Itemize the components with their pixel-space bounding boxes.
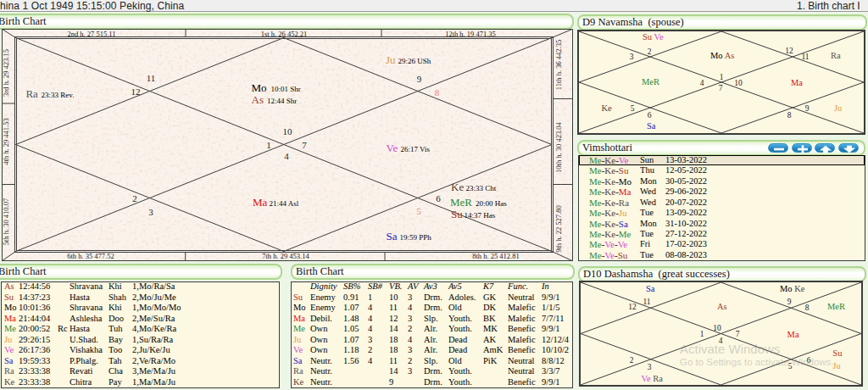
svg-text:4th h. 29 441.53: 4th h. 29 441.53: [2, 118, 10, 165]
svg-text:2: 2: [132, 193, 137, 203]
svg-text:12: 12: [785, 47, 793, 55]
svg-text:4: 4: [700, 79, 704, 87]
svg-text:11: 11: [643, 298, 650, 306]
svg-text:12: 12: [628, 303, 637, 311]
svg-text:10th h. 30 423.04: 10th h. 30 423.04: [554, 121, 563, 172]
svg-text:5: 5: [631, 104, 635, 113]
svg-text:10: 10: [283, 126, 293, 136]
svg-text:4: 4: [284, 151, 289, 161]
svg-text:3rd h. 29 423.15: 3rd h. 29 423.15: [2, 49, 10, 97]
svg-text:12th h. 19 471.35: 12th h. 19 471.35: [445, 30, 496, 38]
svg-text:1st h. 26 452.21: 1st h. 26 452.21: [261, 30, 308, 38]
svg-text:10: 10: [713, 324, 721, 332]
svg-text:10: 10: [734, 79, 743, 87]
svg-text:Ve Ra: Ve Ra: [642, 374, 664, 383]
svg-text:8: 8: [787, 111, 792, 120]
svg-text:Mo Ke: Mo Ke: [780, 284, 805, 293]
svg-text:9th h. 22 527.80: 9th h. 22 527.80: [554, 205, 563, 253]
svg-text:12: 12: [131, 86, 141, 97]
svg-text:1: 1: [700, 330, 704, 338]
svg-text:Sa: Sa: [647, 121, 656, 131]
svg-text:Ke: Ke: [602, 103, 613, 113]
svg-text:8th h. 25 412.81: 8th h. 25 412.81: [472, 252, 520, 260]
svg-text:6: 6: [648, 111, 652, 120]
svg-text:5: 5: [416, 206, 421, 216]
svg-text:As: As: [717, 302, 727, 311]
svg-text:8: 8: [805, 304, 810, 312]
svg-text:8: 8: [435, 87, 440, 98]
svg-text:1: 1: [720, 73, 724, 81]
svg-text:6th h. 35 477.52: 6th h. 35 477.52: [67, 252, 114, 260]
svg-text:3: 3: [148, 207, 153, 217]
svg-text:11: 11: [801, 53, 809, 61]
svg-text:9: 9: [417, 74, 422, 84]
svg-text:3: 3: [648, 363, 652, 371]
svg-text:5th h. 30 410.07: 5th h. 30 410.07: [2, 198, 10, 246]
svg-text:9: 9: [787, 298, 792, 306]
svg-text:2: 2: [630, 356, 634, 365]
svg-text:MeR: MeR: [642, 77, 659, 86]
svg-text:2nd h. 27 515.11: 2nd h. 27 515.11: [67, 30, 115, 38]
svg-text:11th h. 36 442.35: 11th h. 36 442.35: [554, 40, 563, 90]
svg-text:Mo As: Mo As: [710, 51, 734, 60]
svg-text:11: 11: [147, 73, 156, 83]
svg-text:3: 3: [630, 53, 634, 61]
svg-text:7th h. 29 453.14: 7th h. 29 453.14: [262, 252, 309, 260]
svg-text:Su Ve: Su Ve: [643, 32, 664, 42]
svg-text:Ju: Ju: [832, 361, 841, 370]
svg-text:7: 7: [719, 84, 723, 92]
svg-text:2: 2: [648, 47, 652, 56]
svg-text:Su: Su: [832, 348, 843, 358]
svg-text:7: 7: [736, 330, 740, 338]
svg-text:MeR: MeR: [827, 302, 845, 311]
svg-text:7: 7: [302, 140, 307, 150]
svg-text:6: 6: [436, 193, 441, 203]
svg-text:1: 1: [266, 140, 271, 150]
svg-text:9: 9: [805, 104, 810, 113]
svg-text:Ra: Ra: [831, 51, 841, 60]
svg-text:Ju: Ju: [834, 103, 843, 113]
svg-text:Ma: Ma: [791, 78, 803, 87]
svg-text:Sa: Sa: [646, 284, 655, 293]
svg-text:Ma: Ma: [787, 330, 799, 339]
